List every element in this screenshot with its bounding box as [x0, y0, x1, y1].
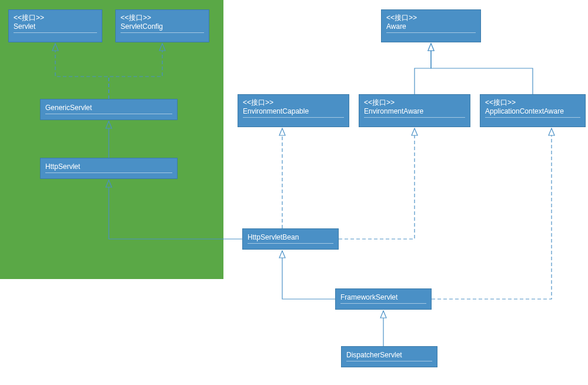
- box-http-servlet-bean: HttpServletBean: [242, 228, 339, 250]
- box-generic-servlet: GenericServlet: [40, 99, 178, 120]
- box-title: Servlet: [14, 22, 97, 31]
- box-separator: [45, 172, 172, 173]
- stereotype-label: <<接口>>: [243, 98, 344, 107]
- box-separator: [45, 114, 172, 114]
- box-http-servlet: HttpServlet: [40, 158, 178, 179]
- box-separator: [340, 303, 426, 304]
- box-separator: [485, 117, 580, 118]
- box-title: DispatcherServlet: [346, 350, 432, 360]
- box-servlet: <<接口>> Servlet: [8, 9, 102, 42]
- box-title: EnvironmentCapable: [243, 107, 344, 116]
- box-title: HttpServletBean: [248, 233, 333, 242]
- box-separator: [243, 117, 344, 118]
- stereotype-label: <<接口>>: [485, 98, 580, 107]
- box-separator: [364, 117, 465, 118]
- box-environment-aware: <<接口>> EnvironmentAware: [359, 94, 470, 127]
- box-title: FrameworkServlet: [340, 293, 426, 302]
- box-servlet-config: <<接口>> ServletConfig: [115, 9, 209, 42]
- box-separator: [14, 32, 97, 33]
- box-separator: [248, 243, 333, 244]
- box-title: HttpServlet: [45, 162, 172, 171]
- stereotype-label: <<接口>>: [14, 14, 97, 22]
- box-separator: [346, 361, 432, 361]
- box-application-context-aware: <<接口>> ApplicationContextAware: [480, 94, 586, 127]
- box-title: ServletConfig: [121, 22, 204, 31]
- box-separator: [121, 32, 204, 33]
- box-dispatcher-servlet: DispatcherServlet: [341, 346, 437, 367]
- stereotype-label: <<接口>>: [386, 14, 476, 22]
- box-title: ApplicationContextAware: [485, 107, 580, 116]
- box-framework-servlet: FrameworkServlet: [335, 288, 432, 310]
- stereotype-label: <<接口>>: [364, 98, 465, 107]
- stereotype-label: <<接口>>: [121, 14, 204, 22]
- box-title: Aware: [386, 22, 476, 31]
- box-aware: <<接口>> Aware: [381, 9, 481, 42]
- box-title: EnvironmentAware: [364, 107, 465, 116]
- box-title: GenericServlet: [45, 103, 172, 112]
- box-separator: [386, 32, 476, 33]
- box-environment-capable: <<接口>> EnvironmentCapable: [238, 94, 349, 127]
